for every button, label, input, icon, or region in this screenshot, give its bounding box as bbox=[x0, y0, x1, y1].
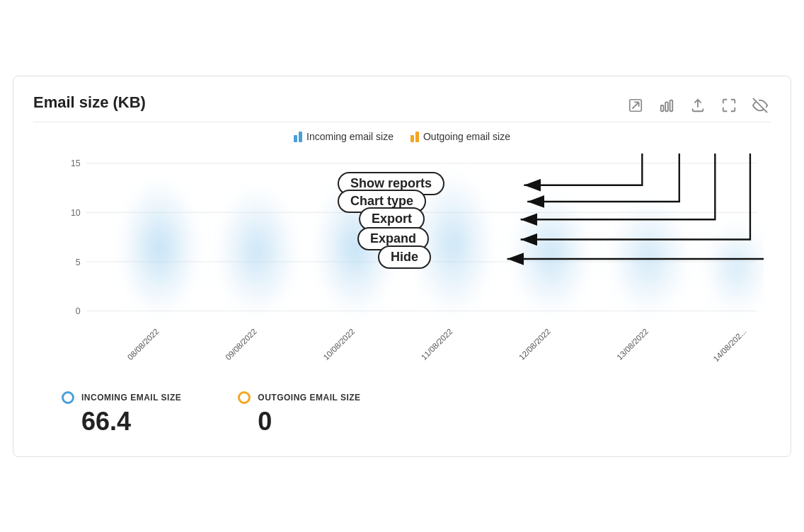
hide-button[interactable] bbox=[750, 95, 771, 116]
svg-text:09/08/2022: 09/08/2022 bbox=[224, 327, 258, 362]
bar-chart-icon bbox=[659, 98, 674, 113]
svg-point-17 bbox=[514, 197, 588, 311]
stat-outgoing: OUTGOING EMAIL SIZE 0 bbox=[238, 391, 360, 436]
stat-outgoing-dot bbox=[238, 391, 251, 404]
stat-incoming-value: 66.4 bbox=[81, 407, 181, 436]
svg-text:14/08/202...: 14/08/202... bbox=[711, 327, 747, 363]
svg-text:15: 15 bbox=[71, 158, 81, 168]
svg-rect-3 bbox=[670, 100, 673, 111]
stat-incoming-dot bbox=[62, 391, 74, 404]
export-icon bbox=[690, 98, 706, 113]
svg-point-18 bbox=[611, 203, 686, 311]
legend-outgoing-icon bbox=[410, 131, 419, 142]
expand-icon bbox=[721, 98, 737, 113]
svg-point-13 bbox=[122, 183, 197, 311]
svg-text:5: 5 bbox=[76, 257, 81, 267]
chart-area: 15 10 5 0 bbox=[62, 148, 764, 377]
email-size-card: Email size (KB) bbox=[13, 76, 791, 457]
stat-incoming-label: INCOMING EMAIL SIZE bbox=[81, 393, 181, 403]
chart-svg: 15 10 5 0 bbox=[62, 148, 764, 374]
expand-button[interactable] bbox=[718, 95, 740, 116]
svg-text:12/08/2022: 12/08/2022 bbox=[517, 327, 552, 362]
stats-row: INCOMING EMAIL SIZE 66.4 OUTGOING EMAIL … bbox=[33, 391, 771, 436]
legend-incoming-label: Incoming email size bbox=[306, 131, 394, 142]
chart-type-button[interactable] bbox=[656, 95, 677, 116]
chart-legend: Incoming email size Outgoing email size bbox=[33, 131, 771, 142]
svg-text:11/08/2022: 11/08/2022 bbox=[420, 327, 454, 362]
svg-rect-2 bbox=[665, 102, 668, 111]
card-header: Email size (KB) bbox=[33, 93, 771, 116]
stat-outgoing-header: OUTGOING EMAIL SIZE bbox=[238, 391, 360, 404]
svg-text:08/08/2022: 08/08/2022 bbox=[126, 327, 161, 362]
toolbar bbox=[625, 95, 771, 116]
svg-rect-1 bbox=[661, 105, 664, 111]
legend-outgoing: Outgoing email size bbox=[410, 131, 510, 142]
svg-text:0: 0 bbox=[76, 306, 81, 316]
header-divider bbox=[33, 122, 771, 122]
stat-outgoing-label: OUTGOING EMAIL SIZE bbox=[258, 393, 360, 403]
card-title: Email size (KB) bbox=[33, 93, 146, 112]
svg-point-14 bbox=[220, 190, 294, 311]
legend-outgoing-label: Outgoing email size bbox=[423, 131, 510, 142]
stat-incoming: INCOMING EMAIL SIZE 66.4 bbox=[62, 391, 181, 436]
legend-incoming-icon bbox=[294, 131, 302, 142]
legend-incoming: Incoming email size bbox=[294, 131, 394, 142]
stat-incoming-header: INCOMING EMAIL SIZE bbox=[62, 391, 181, 404]
svg-point-16 bbox=[416, 176, 490, 311]
svg-text:10/08/2022: 10/08/2022 bbox=[321, 327, 356, 362]
stat-outgoing-value: 0 bbox=[258, 407, 360, 436]
arrow-top-right-icon bbox=[628, 98, 643, 113]
export-button[interactable] bbox=[687, 95, 708, 116]
svg-text:10: 10 bbox=[71, 208, 81, 218]
hide-icon bbox=[752, 98, 768, 113]
show-reports-button[interactable] bbox=[625, 95, 646, 116]
svg-text:13/08/2022: 13/08/2022 bbox=[615, 327, 650, 362]
svg-point-15 bbox=[318, 183, 392, 311]
svg-point-19 bbox=[706, 224, 764, 311]
